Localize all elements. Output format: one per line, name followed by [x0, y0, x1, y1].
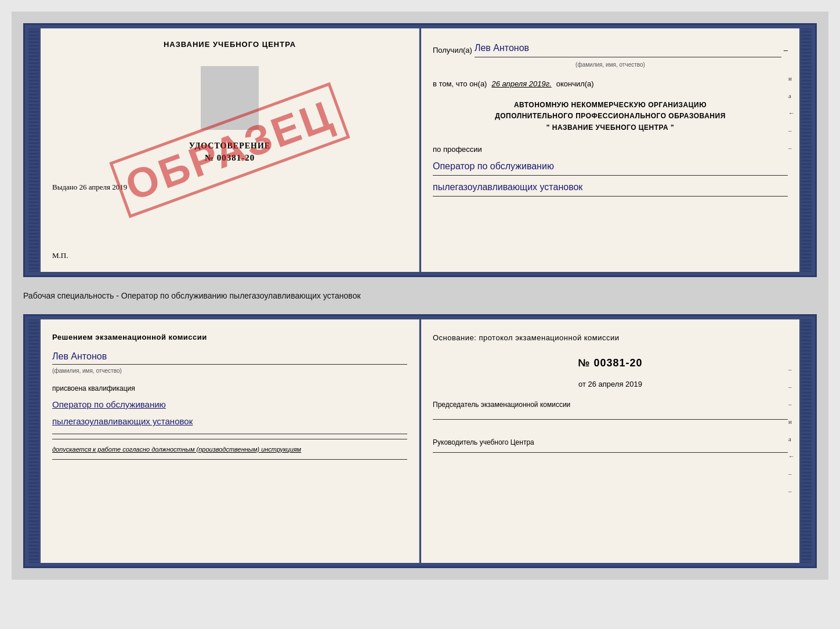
bottom-book-spine-right: [801, 319, 812, 563]
qualification-label: присвоена квалификация: [52, 383, 407, 394]
admission-text: допускается к работе согласно должностны…: [52, 444, 407, 455]
date-value: 26 апреля 2019г.: [491, 77, 551, 90]
top-document: НАЗВАНИЕ УЧЕБНОГО ЦЕНТРА УДОСТОВЕРЕНИЕ №…: [23, 23, 817, 277]
decision-title: Решением экзаменационной комиссии: [52, 331, 407, 344]
bottom-document: Решением экзаменационной комиссии Лев Ан…: [23, 314, 817, 568]
date-prefix: в том, что он(а): [433, 77, 487, 90]
top-right-side-marks: и а ← – –: [788, 75, 795, 151]
issued-date-label: Выдано: [52, 183, 77, 191]
top-right-content: Получил(а) Лев Антонов – (фамилия, имя, …: [433, 40, 788, 197]
top-left-content: НАЗВАНИЕ УЧЕБНОГО ЦЕНТРА УДОСТОВЕРЕНИЕ №…: [52, 40, 407, 260]
top-book-spine-right: [801, 28, 812, 272]
page-wrapper: НАЗВАНИЕ УЧЕБНОГО ЦЕНТРА УДОСТОВЕРЕНИЕ №…: [12, 12, 828, 580]
director-sig-line: [433, 452, 788, 453]
issued-date: Выдано 26 апреля 2019: [52, 183, 407, 192]
org-line3: " НАЗВАНИЕ УЧЕБНОГО ЦЕНТРА ": [433, 122, 788, 133]
top-left-page: НАЗВАНИЕ УЧЕБНОГО ЦЕНТРА УДОСТОВЕРЕНИЕ №…: [41, 28, 419, 272]
org-block: АВТОНОМНУЮ НЕКОММЕРЧЕСКУЮ ОРГАНИЗАЦИЮ ДО…: [433, 100, 788, 133]
profession-value-line2: пылегазоулавливающих установок: [433, 179, 788, 197]
org-line2: ДОПОЛНИТЕЛЬНОГО ПРОФЕССИОНАЛЬНОГО ОБРАЗО…: [433, 111, 788, 122]
recipient-label: Получил(а): [433, 43, 472, 57]
training-center-title: НАЗВАНИЕ УЧЕБНОГО ЦЕНТРА: [164, 40, 296, 49]
bottom-right-content: Основание: протокол экзаменационной коми…: [433, 331, 788, 453]
person-name-bottom: Лев Антонов: [52, 348, 407, 365]
bottom-book-spine-left: [28, 319, 39, 563]
issued-date-value: 26 апреля 2019: [79, 183, 128, 191]
protocol-date: от 26 апреля 2019: [433, 377, 788, 391]
chairman-label: Председатель экзаменационной комиссии: [433, 400, 788, 410]
qualification-value-line1: Оператор по обслуживанию: [52, 397, 407, 412]
date-line: в том, что он(а) 26 апреля 2019г. окончи…: [433, 77, 788, 90]
protocol-date-value: 26 апреля 2019: [588, 380, 643, 388]
protocol-number: № 00381-20: [433, 354, 788, 372]
certificate-label: УДОСТОВЕРЕНИЕ: [189, 141, 270, 151]
certificate-number: № 00381-20: [205, 153, 255, 163]
chairman-sig-line: [433, 419, 788, 420]
recipient-dash: –: [784, 43, 788, 57]
protocol-date-prefix: от: [578, 380, 586, 388]
basis-title: Основание: протокол экзаменационной коми…: [433, 331, 788, 344]
bottom-right-page: Основание: протокол экзаменационной коми…: [421, 319, 799, 563]
bottom-right-side-marks: – – – и а ← – –: [788, 366, 795, 495]
person-name-hint: (фамилия, имя, отчество): [52, 366, 407, 376]
director-label: Руководитель учебного Центра: [433, 438, 788, 448]
top-right-page: Получил(а) Лев Антонов – (фамилия, имя, …: [421, 28, 799, 272]
photo-placeholder: [201, 66, 259, 130]
separator-text: Рабочая специальность - Оператор по обсл…: [23, 286, 817, 305]
recipient-name-hint: (фамилия, имя, отчество): [433, 60, 788, 70]
top-book-spine-left: [28, 28, 39, 272]
mp-label: М.П.: [52, 251, 68, 260]
date-suffix: окончил(а): [556, 77, 594, 90]
recipient-name: Лев Антонов: [475, 40, 781, 57]
recipient-line: Получил(а) Лев Антонов –: [433, 40, 788, 57]
org-line1: АВТОНОМНУЮ НЕКОММЕРЧЕСКУЮ ОРГАНИЗАЦИЮ: [433, 100, 788, 111]
profession-value-line1: Оператор по обслуживанию: [433, 158, 788, 176]
bottom-left-page: Решением экзаменационной комиссии Лев Ан…: [41, 319, 419, 563]
signature-line-3: [52, 459, 407, 460]
signature-line-2: [52, 439, 407, 439]
signature-line-1: [52, 434, 407, 434]
bottom-left-content: Решением экзаменационной комиссии Лев Ан…: [52, 331, 407, 460]
profession-label: по профессии: [433, 143, 788, 156]
qualification-value-line2: пылегазоулавливающих установок: [52, 414, 407, 429]
